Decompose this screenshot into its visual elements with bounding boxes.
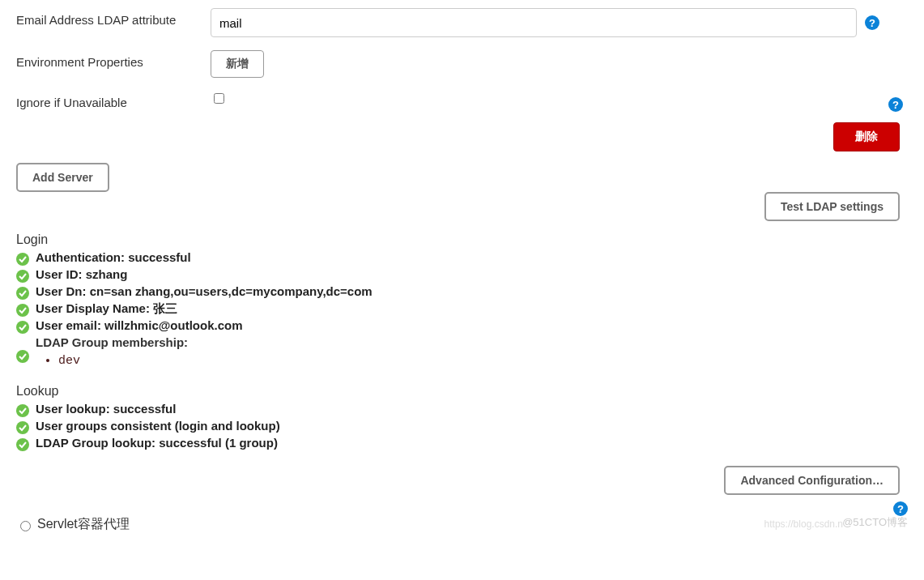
login-result-line: User email: willzhmic@outlook.com — [16, 318, 908, 334]
watermark: https://blog.csdn.n — [764, 518, 843, 530]
check-icon — [16, 321, 29, 334]
delete-button[interactable]: 删除 — [833, 122, 900, 151]
result-text: User Display Name: 张三 — [36, 301, 177, 317]
lookup-heading: Lookup — [16, 384, 908, 399]
login-result-line: User Display Name: 张三 — [16, 301, 908, 317]
result-text: User ID: szhang — [36, 267, 127, 281]
check-icon — [16, 350, 29, 363]
lookup-result-line: User groups consistent (login and lookup… — [16, 419, 908, 434]
check-icon — [16, 304, 29, 317]
watermark: @51CTO博客 — [842, 515, 908, 530]
add-server-button[interactable]: Add Server — [16, 163, 109, 192]
help-icon[interactable]: ? — [888, 97, 903, 112]
result-text: User lookup: successful — [36, 402, 176, 416]
advanced-config-button[interactable]: Advanced Configuration… — [724, 466, 900, 495]
test-ldap-button[interactable]: Test LDAP settings — [764, 192, 900, 221]
check-icon — [16, 438, 29, 451]
email-attr-input[interactable] — [211, 8, 857, 37]
lookup-result-line: User lookup: successful — [16, 402, 908, 417]
email-attr-label: Email Address LDAP attribute — [16, 8, 211, 27]
login-result-line: Authentication: successful — [16, 250, 908, 266]
result-text: Authentication: successful — [36, 250, 191, 264]
result-text: User groups consistent (login and lookup… — [36, 419, 280, 433]
check-icon — [16, 404, 29, 417]
login-heading: Login — [16, 232, 908, 247]
env-props-add-button[interactable]: 新增 — [211, 50, 264, 78]
servlet-radio[interactable] — [20, 521, 31, 531]
check-icon — [16, 253, 29, 266]
check-icon — [16, 421, 29, 434]
ignore-label: Ignore if Unavailable — [16, 91, 211, 109]
lookup-result-line: LDAP Group lookup: successful (1 group) — [16, 436, 908, 451]
group-item: dev — [58, 354, 188, 368]
servlet-radio-label: Servlet容器代理 — [37, 516, 130, 533]
group-membership-label: LDAP Group membership: — [36, 335, 188, 349]
login-group-line: LDAP Group membership: dev — [16, 335, 908, 376]
check-icon — [16, 270, 29, 283]
login-result-line: User ID: szhang — [16, 267, 908, 283]
help-icon[interactable]: ? — [893, 501, 908, 516]
help-icon[interactable]: ? — [865, 15, 879, 30]
ignore-checkbox[interactable] — [214, 93, 224, 104]
result-text: User email: willzhmic@outlook.com — [36, 318, 243, 332]
check-icon — [16, 287, 29, 300]
login-result-line: User Dn: cn=san zhang,ou=users,dc=mycomp… — [16, 284, 908, 300]
result-text: User Dn: cn=san zhang,ou=users,dc=mycomp… — [36, 284, 373, 298]
result-text: LDAP Group lookup: successful (1 group) — [36, 436, 278, 450]
env-props-label: Environment Properties — [16, 50, 211, 69]
